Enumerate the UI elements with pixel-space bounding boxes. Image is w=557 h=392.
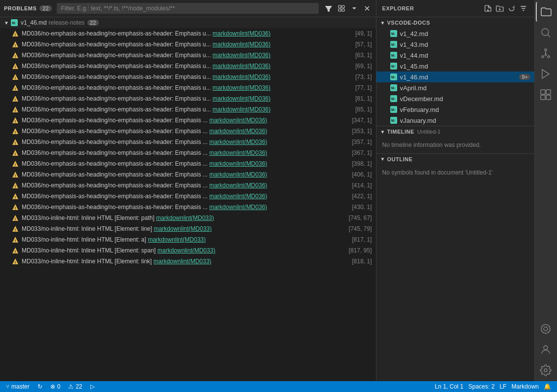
file-tree-item[interactable]: M↓v1_46.md9+ [376, 71, 534, 82]
vscode-docs-section-header[interactable]: ▼ VSCODE-DOCS [376, 17, 534, 28]
problem-item[interactable]: ! MD036/no-emphasis-as-heading/no-emphas… [0, 169, 376, 180]
problems-filter-input[interactable] [57, 3, 319, 14]
bell-icon: 🔔 [544, 383, 551, 390]
problem-location: [414, 1] [352, 182, 372, 189]
problem-item[interactable]: ! MD036/no-emphasis-as-heading/no-emphas… [0, 50, 376, 61]
file-tree-item[interactable]: M↓vDecember.md [376, 93, 534, 104]
activity-item-run[interactable] [536, 64, 556, 84]
status-branch[interactable]: ⑂ master [4, 381, 32, 392]
md-file-icon: M↓ [390, 84, 397, 91]
outline-section-header[interactable]: ▼ OUTLINE [376, 154, 534, 165]
file-tree-item[interactable]: M↓vApril.md [376, 82, 534, 93]
problem-item[interactable]: ! MD036/no-emphasis-as-heading/no-emphas… [0, 104, 376, 115]
activity-item-extensions[interactable] [536, 85, 556, 105]
problem-item[interactable]: ! MD036/no-emphasis-as-heading/no-emphas… [0, 137, 376, 147]
refresh-explorer-icon[interactable] [507, 3, 517, 13]
file-group-header[interactable]: ▼ M↓ v1_46.md release-notes 22 [0, 17, 376, 28]
status-encoding[interactable]: LF [498, 383, 509, 390]
status-run[interactable]: ▷ [88, 381, 97, 392]
file-name: vJanuary.md [400, 117, 530, 124]
collapse-explorer-icon[interactable] [519, 3, 528, 13]
collapse-all-icon[interactable] [336, 3, 346, 13]
problem-location: [69, 1] [355, 63, 371, 70]
problem-item[interactable]: ! MD036/no-emphasis-as-heading/no-emphas… [0, 147, 376, 158]
warning-icon: ⚠ [68, 383, 74, 390]
problem-text: MD036/no-emphasis-as-heading/no-emphasis… [22, 182, 348, 189]
svg-point-51 [542, 56, 544, 58]
problem-item[interactable]: ! MD033/no-inline-html: Inline HTML [Ele… [0, 213, 376, 223]
problem-text: MD036/no-emphasis-as-heading/no-emphasis… [22, 193, 348, 200]
status-right: Ln 1, Col 1 Spaces: 2 LF Markdown 🔔 [433, 383, 553, 390]
problem-item[interactable]: ! MD036/no-emphasis-as-heading/no-emphas… [0, 126, 376, 137]
svg-text:!: ! [15, 141, 16, 145]
svg-text:!: ! [15, 87, 16, 91]
problem-item[interactable]: ! MD033/no-inline-html: Inline HTML [Ele… [0, 256, 376, 267]
activity-item-remote[interactable] [536, 319, 556, 339]
svg-point-59 [544, 327, 548, 331]
md-file-icon: M↓ [390, 41, 397, 48]
chevron-down-icon: ▼ [4, 20, 9, 26]
file-tree-item[interactable]: M↓vJanuary.md [376, 115, 534, 126]
status-ln-col[interactable]: Ln 1, Col 1 [433, 383, 465, 390]
problem-item[interactable]: ! MD036/no-emphasis-as-heading/no-emphas… [0, 39, 376, 50]
problem-location: [49, 1] [355, 30, 371, 37]
activity-item-source-control[interactable] [536, 43, 556, 63]
close-panel-icon[interactable] [362, 3, 372, 13]
problem-text: MD036/no-emphasis-as-heading/no-emphasis… [22, 52, 351, 59]
file-tree-item[interactable]: M↓v1_42.md [376, 28, 534, 39]
problem-location: [81, 1] [355, 95, 371, 102]
problem-text: MD033/no-inline-html: Inline HTML [Eleme… [22, 258, 348, 265]
problems-list[interactable]: ! MD036/no-emphasis-as-heading/no-emphas… [0, 28, 376, 381]
svg-text:!: ! [15, 43, 16, 48]
problem-item[interactable]: ! MD036/no-emphasis-as-heading/no-emphas… [0, 115, 376, 126]
svg-text:!: ! [15, 119, 16, 124]
md-file-icon: M↓ [11, 19, 18, 26]
problem-location: [347, 1] [352, 117, 372, 124]
problem-item[interactable]: ! MD036/no-emphasis-as-heading/no-emphas… [0, 158, 376, 169]
activity-item-settings[interactable] [536, 360, 556, 380]
problem-item[interactable]: ! MD036/no-emphasis-as-heading/no-emphas… [0, 61, 376, 71]
problem-item[interactable]: ! MD036/no-emphasis-as-heading/no-emphas… [0, 191, 376, 202]
svg-text:!: ! [15, 76, 16, 80]
spaces-text: Spaces: 2 [468, 383, 494, 390]
svg-text:!: ! [15, 98, 16, 102]
new-folder-icon[interactable] [495, 3, 505, 13]
problem-text: MD036/no-emphasis-as-heading/no-emphasis… [22, 149, 348, 156]
problem-text: MD036/no-emphasis-as-heading/no-emphasis… [22, 84, 351, 91]
file-tree-item[interactable]: M↓v1_45.md [376, 61, 534, 71]
timeline-section-header[interactable]: ▼ TIMELINE Untitled-1 [376, 126, 534, 137]
status-spaces[interactable]: Spaces: 2 [466, 383, 496, 390]
problem-text: MD033/no-inline-html: Inline HTML [Eleme… [22, 247, 345, 254]
problem-item[interactable]: ! MD033/no-inline-html: Inline HTML [Ele… [0, 223, 376, 234]
status-warnings[interactable]: ⚠ 22 [66, 381, 84, 392]
svg-text:!: ! [15, 184, 16, 189]
problem-item[interactable]: ! MD036/no-emphasis-as-heading/no-emphas… [0, 93, 376, 104]
activity-item-explorer[interactable] [536, 2, 556, 22]
section-chevron-icon: ▼ [380, 20, 385, 26]
problem-item[interactable]: ! MD036/no-emphasis-as-heading/no-emphas… [0, 71, 376, 82]
activity-item-accounts[interactable] [536, 340, 556, 359]
new-file-icon[interactable] [483, 3, 493, 13]
file-tree-item[interactable]: M↓v1_43.md [376, 39, 534, 50]
file-tree-item[interactable]: M↓vFebruary.md [376, 104, 534, 115]
expand-icon[interactable] [349, 3, 359, 13]
problem-item[interactable]: ! MD033/no-inline-html: Inline HTML [Ele… [0, 245, 376, 256]
problem-item[interactable]: ! MD036/no-emphasis-as-heading/no-emphas… [0, 202, 376, 213]
svg-rect-55 [546, 90, 551, 94]
problem-item[interactable]: ! MD036/no-emphasis-as-heading/no-emphas… [0, 180, 376, 191]
explorer-header: EXPLORER [376, 0, 534, 17]
problem-location: [57, 1] [355, 41, 371, 48]
status-sync[interactable]: ↻ [36, 381, 44, 392]
status-language[interactable]: Markdown [510, 383, 541, 390]
problem-item[interactable]: ! MD036/no-emphasis-as-heading/no-emphas… [0, 82, 376, 93]
problems-filter[interactable] [57, 3, 319, 14]
file-tree-item[interactable]: M↓v1_44.md [376, 50, 534, 61]
status-errors[interactable]: ⊗ 0 [48, 381, 63, 392]
problem-item[interactable]: ! MD036/no-emphasis-as-heading/no-emphas… [0, 28, 376, 39]
problem-item[interactable]: ! MD033/no-inline-html: Inline HTML [Ele… [0, 234, 376, 245]
warning-icon: ! [12, 247, 19, 254]
activity-item-search[interactable] [536, 23, 556, 42]
status-bell[interactable]: 🔔 [542, 383, 553, 390]
filter-icon[interactable] [324, 3, 334, 13]
problem-text: MD036/no-emphasis-as-heading/no-emphasis… [22, 117, 348, 124]
